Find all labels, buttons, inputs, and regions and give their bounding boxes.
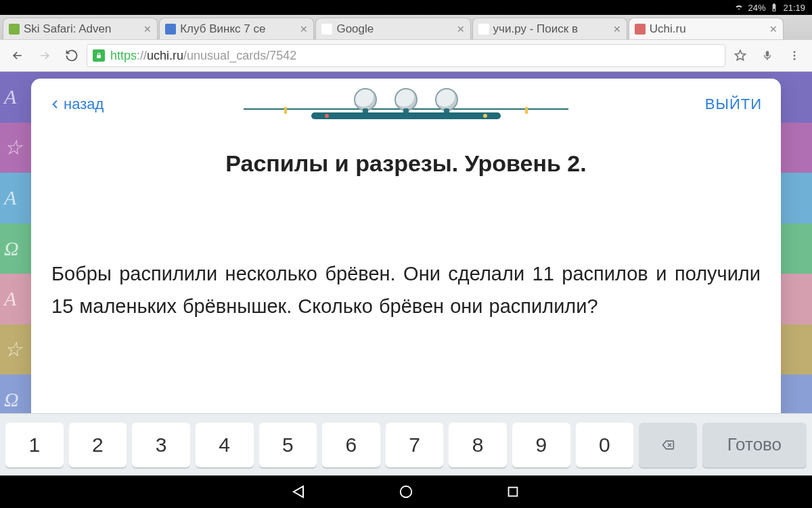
key-1[interactable]: 1 [5, 423, 64, 467]
nav-forward-button[interactable] [32, 43, 57, 68]
key-backspace[interactable] [639, 423, 697, 467]
task-body: Бобры распилили несколько брёвен. Они сд… [50, 258, 762, 323]
tab-close-icon[interactable]: ✕ [457, 24, 465, 35]
key-3[interactable]: 3 [132, 423, 190, 467]
favicon-icon [165, 24, 176, 35]
back-link[interactable]: назад [50, 96, 104, 113]
android-recents-button[interactable] [503, 482, 522, 501]
address-bar[interactable]: https://uchi.ru/unusual_cards/7542 [87, 44, 725, 67]
svg-point-0 [794, 51, 796, 53]
clock: 21:19 [783, 3, 805, 13]
key-7[interactable]: 7 [386, 423, 444, 467]
chrome-menu-icon[interactable] [782, 43, 807, 68]
nav-back-button[interactable] [5, 43, 30, 68]
favicon-icon [9, 24, 20, 35]
key-5[interactable]: 5 [259, 423, 317, 467]
browser-chrome: Ski Safari: Adven✕Клуб Винкс 7 се✕Google… [0, 15, 812, 72]
tabstrip: Ski Safari: Adven✕Клуб Винкс 7 се✕Google… [0, 15, 812, 39]
key-0[interactable]: 0 [576, 423, 634, 467]
svg-point-2 [794, 58, 796, 60]
tab-close-icon[interactable]: ✕ [143, 24, 152, 35]
tab-label: Uchi.ru [650, 22, 765, 36]
tab-label: Клуб Винкс 7 се [180, 22, 296, 36]
android-nav-bar [0, 475, 812, 508]
browser-tab[interactable]: Uchi.ru✕ [629, 18, 784, 39]
reload-button[interactable] [60, 43, 84, 68]
url-text: https://uchi.ru/unusual_cards/7542 [110, 49, 296, 63]
browser-toolbar: https://uchi.ru/unusual_cards/7542 [0, 39, 812, 72]
key-done[interactable]: Готово [702, 423, 807, 467]
battery-percent: 24% [748, 3, 765, 13]
tab-label: учи.ру - Поиск в [493, 22, 609, 36]
key-2[interactable]: 2 [69, 423, 127, 467]
key-9[interactable]: 9 [512, 423, 570, 467]
browser-tab[interactable]: Ski Safari: Adven✕ [3, 18, 158, 39]
svg-point-3 [401, 486, 412, 498]
svg-rect-4 [509, 488, 518, 496]
browser-tab[interactable]: Клуб Винкс 7 се✕ [159, 18, 314, 39]
microphone-icon[interactable] [755, 43, 780, 68]
back-link-label: назад [64, 96, 104, 113]
favicon-icon [635, 24, 646, 35]
key-8[interactable]: 8 [449, 423, 507, 467]
exit-link-label: ВЫЙТИ [705, 96, 762, 112]
favicon-icon [321, 24, 332, 35]
android-home-button[interactable] [397, 482, 415, 501]
tab-close-icon[interactable]: ✕ [769, 24, 777, 35]
exit-link[interactable]: ВЫЙТИ [705, 96, 762, 113]
key-6[interactable]: 6 [322, 423, 380, 467]
tab-close-icon[interactable]: ✕ [300, 24, 308, 35]
lock-icon [93, 49, 105, 62]
favicon-icon [478, 24, 489, 35]
android-back-button[interactable] [290, 482, 309, 501]
header-illustration [284, 88, 528, 126]
wifi-icon [734, 3, 744, 12]
tab-label: Google [336, 22, 452, 36]
onscreen-keyboard: 1234567890Готово [0, 413, 812, 475]
android-status-bar: 24% 21:19 [0, 0, 812, 15]
task-title: Распилы и разрезы. Уровень 2. [50, 150, 762, 177]
key-4[interactable]: 4 [196, 423, 254, 467]
browser-tab[interactable]: Google✕ [315, 18, 470, 39]
battery-icon [769, 3, 779, 12]
browser-tab[interactable]: учи.ру - Поиск в✕ [472, 18, 627, 39]
svg-point-1 [794, 55, 796, 57]
tab-close-icon[interactable]: ✕ [613, 24, 621, 35]
tab-label: Ski Safari: Adven [24, 22, 139, 36]
bookmark-star-icon[interactable] [728, 43, 752, 68]
